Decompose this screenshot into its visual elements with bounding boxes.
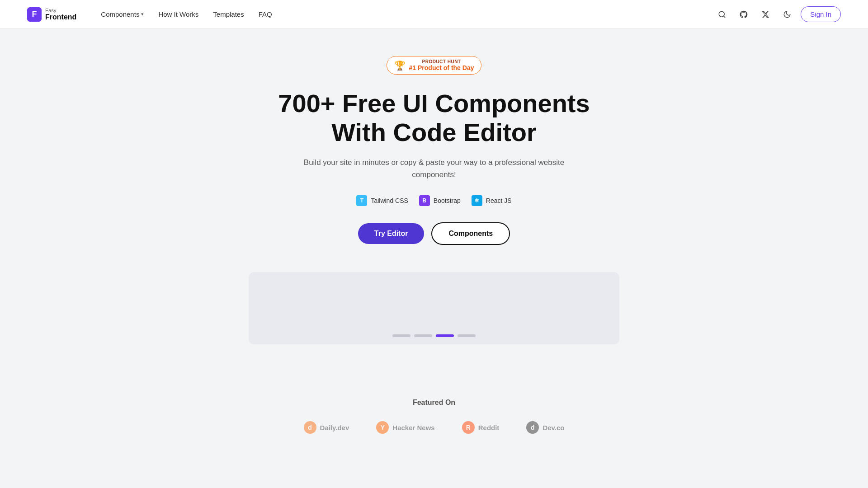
try-editor-button[interactable]: Try Editor [358,223,425,244]
featured-logos: d Daily.dev Y Hacker News R Reddit d Dev… [304,421,565,434]
hero-subtitle: Build your site in minutes or copy & pas… [298,156,570,181]
navbar: F Easy Frontend Components ▾ How It Work… [0,0,868,29]
nav-link-components[interactable]: Components ▾ [94,7,150,22]
nav-link-templates[interactable]: Templates [207,7,250,22]
product-hunt-text: PRODUCT HUNT #1 Product of the Day [409,59,474,71]
search-button[interactable] [714,6,730,23]
tech-badge-react: ⚛ React JS [472,195,512,206]
logo[interactable]: F Easy Frontend [27,7,76,22]
featured-logo-daily-dev: d Daily.dev [304,421,349,434]
twitter-x-button[interactable] [757,6,774,23]
cta-buttons: Try Editor Components [358,222,510,245]
search-icon [718,10,726,19]
moon-icon [783,10,791,19]
featured-title: Featured On [413,399,455,407]
preview-dot-3 [436,334,454,337]
logo-icon: F [27,7,42,22]
tech-badge-bootstrap: B Bootstrap [419,195,461,206]
sign-in-button[interactable]: Sign In [801,6,841,22]
hacker-news-icon: Y [376,421,389,434]
react-logo-icon: ⚛ [472,195,482,206]
featured-logo-reddit: R Reddit [462,421,500,434]
featured-section: Featured On d Daily.dev Y Hacker News R … [0,389,868,461]
dark-mode-button[interactable] [779,6,795,23]
github-button[interactable] [736,6,752,23]
svg-line-1 [724,16,725,17]
chevron-down-icon: ▾ [141,11,144,17]
github-icon [739,10,748,19]
nav-link-how-it-works[interactable]: How It Works [152,7,205,22]
trophy-icon: 🏆 [394,60,406,71]
preview-dot-2 [414,334,432,337]
dev-co-icon: d [526,421,539,434]
logo-text: Easy Frontend [45,8,76,21]
tech-badges: T Tailwind CSS B Bootstrap ⚛ React JS [356,195,511,206]
featured-logo-dev-co: d Dev.co [526,421,564,434]
reddit-icon: R [462,421,475,434]
tailwind-logo-icon: T [356,195,367,206]
product-hunt-badge[interactable]: 🏆 PRODUCT HUNT #1 Product of the Day [387,56,482,75]
preview-dot-4 [458,334,476,337]
x-twitter-icon [761,10,769,19]
components-button[interactable]: Components [431,222,510,245]
navbar-right: Sign In [714,6,841,23]
hero-section: 🏆 PRODUCT HUNT #1 Product of the Day 700… [0,29,868,389]
bootstrap-logo-icon: B [419,195,430,206]
navbar-left: F Easy Frontend Components ▾ How It Work… [27,7,278,22]
preview-dot-1 [392,334,410,337]
nav-links: Components ▾ How It Works Templates FAQ [94,7,278,22]
preview-dots [392,334,476,337]
tech-badge-tailwind: T Tailwind CSS [356,195,408,206]
nav-link-faq[interactable]: FAQ [252,7,278,22]
featured-logo-hacker-news: Y Hacker News [376,421,434,434]
preview-area [249,272,619,344]
hero-title: 700+ Free UI Components With Code Editor [258,89,610,147]
daily-dev-icon: d [304,421,316,434]
